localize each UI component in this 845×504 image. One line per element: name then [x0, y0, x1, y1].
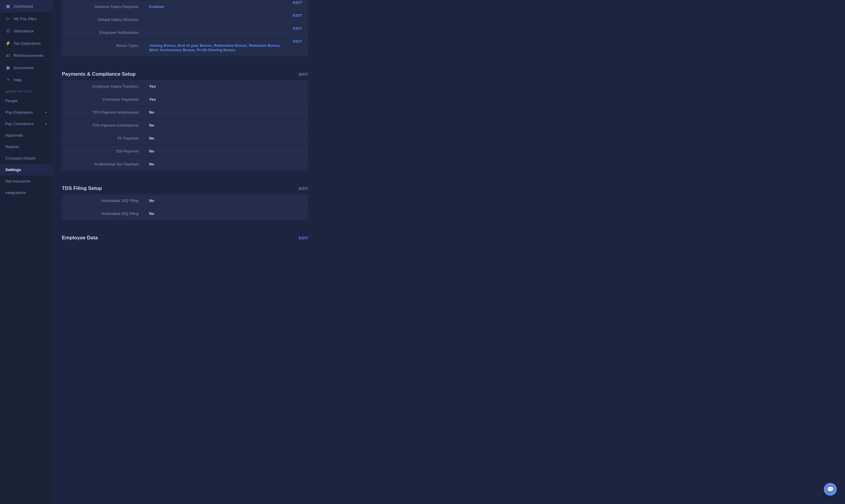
sidebar-item-reports[interactable]: Reports — [0, 141, 52, 152]
edit-payments-compliance-button[interactable]: EDIT — [299, 72, 308, 76]
documents-icon: ▣ — [5, 65, 11, 70]
edit-default-salary-button[interactable]: EDIT — [293, 13, 302, 18]
sidebar-item-help[interactable]: ? Help — [0, 74, 52, 86]
payslips-icon: ▷ — [5, 16, 11, 21]
sidebar-item-get-insurance[interactable]: Get Insurance — [0, 176, 52, 187]
sidebar-item-settings[interactable]: Settings — [0, 164, 52, 176]
admin-options-label: ADMIN OPTIONS — [0, 86, 52, 95]
employee-data-section: Employee Data EDIT — [62, 230, 308, 244]
chat-button[interactable]: 💬 — [824, 483, 837, 496]
payments-compliance-section: Payments & Compliance Setup EDIT Employe… — [62, 66, 308, 171]
edit-advance-salary-button[interactable]: EDIT — [293, 0, 302, 5]
row-tds-employees: TDS Payment (employees) No — [62, 106, 308, 119]
sidebar-item-pay-employees[interactable]: Pay Employees ▾ — [0, 107, 52, 118]
salary-setup-section: Advance Salary Requests Enabled EDIT Def… — [62, 0, 308, 56]
row-contractor-payments: Contractor Payments Yes — [62, 93, 308, 106]
tds-filing-section: TDS Filing Setup EDIT Automated 24Q Fili… — [62, 180, 308, 220]
edit-employee-data-button[interactable]: EDIT — [299, 236, 308, 240]
sidebar-item-documents[interactable]: ▣ Documents — [0, 61, 52, 74]
employee-data-header: Employee Data EDIT — [62, 230, 308, 244]
employee-data-title: Employee Data — [62, 235, 98, 241]
sidebar-item-company-details[interactable]: Company Details — [0, 152, 52, 164]
help-icon: ? — [5, 77, 11, 83]
reimbursements-icon: 🏷 — [5, 53, 11, 58]
chevron-down-icon: ▾ — [45, 122, 47, 125]
tax-icon: ⚡ — [5, 41, 11, 46]
edit-tds-filing-button[interactable]: EDIT — [299, 186, 308, 191]
row-tds-contractors: TDS Payment (contractors) No — [62, 119, 308, 132]
chevron-down-icon: ▾ — [45, 111, 47, 114]
row-esi-payment: ESI Payment No — [62, 145, 308, 158]
payments-compliance-title: Payments & Compliance Setup — [62, 71, 136, 77]
row-default-salary-structure: Default Salary Structure EDIT — [62, 13, 308, 26]
chat-icon: 💬 — [827, 486, 834, 493]
sidebar-item-reimbursements[interactable]: 🏷 Reimbursements — [0, 50, 52, 61]
tds-filing-header: TDS Filing Setup EDIT — [62, 180, 308, 194]
row-employee-notifications: Employee Notifications EDIT — [62, 26, 308, 39]
row-employee-salary-transfers: Employee Salary Transfers Yes — [62, 80, 308, 93]
sidebar-item-tax-deductions[interactable]: ⚡ Tax Deductions — [0, 37, 52, 50]
edit-bonus-types-button[interactable]: EDIT — [293, 39, 302, 43]
sidebar-item-dashboard[interactable]: ▣ Dashboard — [0, 0, 52, 12]
row-advance-salary-requests: Advance Salary Requests Enabled EDIT — [62, 0, 308, 13]
row-automated-24q: Automated 24Q Filing No — [62, 194, 308, 207]
row-professional-tax: Professional Tax Payment No — [62, 158, 308, 171]
main-content: Advance Salary Requests Enabled EDIT Def… — [52, 0, 845, 504]
sidebar-item-attendance[interactable]: ☑ Attendance — [0, 25, 52, 37]
sidebar: ▣ Dashboard ▷ My Pay Slips ☑ Attendance … — [0, 0, 52, 504]
sidebar-item-integrations[interactable]: Integrations — [0, 187, 52, 198]
row-automated-26q: Automated 26Q Filing No — [62, 207, 308, 220]
sidebar-item-pay-contractors[interactable]: Pay Contractors ▾ — [0, 118, 52, 129]
edit-employee-notifications-button[interactable]: EDIT — [293, 26, 302, 31]
row-bonus-types: Bonus Types Joining Bonus, End of year B… — [62, 39, 308, 56]
row-pf-payment: PF Payment No — [62, 132, 308, 145]
sidebar-item-approvals[interactable]: Approvals — [0, 129, 52, 141]
sidebar-item-people[interactable]: People — [0, 95, 52, 107]
dashboard-icon: ▣ — [5, 3, 11, 9]
tds-filing-title: TDS Filing Setup — [62, 185, 102, 191]
attendance-icon: ☑ — [5, 28, 11, 34]
sidebar-item-my-pay-slips[interactable]: ▷ My Pay Slips — [0, 12, 52, 25]
payments-compliance-header: Payments & Compliance Setup EDIT — [62, 66, 308, 80]
